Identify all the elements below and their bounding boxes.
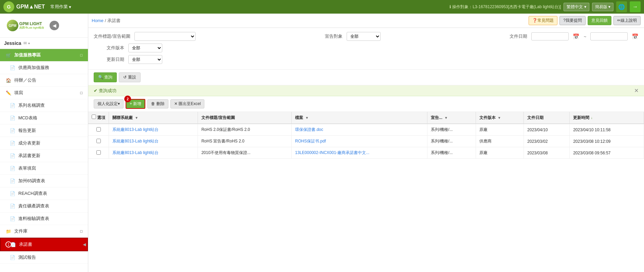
help-button[interactable]: ✏線上說明 bbox=[613, 16, 641, 25]
main-layout: GPM GPM LIGHT 杰西卡Lab light站台 ◀ Jessica ✉… bbox=[0, 14, 644, 272]
result-success-bar: ✔ 查詢成功 ✕ bbox=[88, 85, 644, 96]
sidebar-item-ingredient-update[interactable]: 📄 成分表更新 bbox=[0, 137, 88, 150]
sort-icon-update-time[interactable]: ↓ bbox=[591, 116, 592, 120]
doc-date-from[interactable] bbox=[531, 32, 569, 40]
add-button-wrapper: 2 + 新增 bbox=[126, 99, 145, 109]
traditional-chinese-button[interactable]: 繁體中文 ▾ bbox=[564, 3, 589, 11]
doc-icon: 📄 bbox=[10, 141, 16, 146]
sidebar-item-test-report[interactable]: 📄 測試報告 bbox=[0, 251, 88, 264]
sidebar-item-ca65[interactable]: 📄 加州65調查表 bbox=[0, 175, 88, 187]
doc-icon: 📄 bbox=[10, 255, 16, 260]
file-link-1[interactable]: 環保保證書.doc bbox=[295, 127, 323, 132]
factory-link-2[interactable]: 系統廠8013-Lab light站台 bbox=[112, 139, 159, 143]
simple-version-button[interactable]: 簡易版 ▾ bbox=[592, 3, 613, 11]
personalize-button[interactable]: 個人化設定▾ bbox=[94, 99, 124, 108]
file-link-3[interactable]: 13LE000002-INCX001-廠商承諾書中文... bbox=[295, 150, 369, 155]
table-row: 系統廠8013-Lab light站台 RoHS 宣告書/RoHS 2.0 RO… bbox=[88, 136, 644, 147]
calendar-icon-to[interactable]: 📅 bbox=[632, 33, 639, 40]
row-check-3 bbox=[88, 147, 109, 159]
folder-icon: 📁 bbox=[5, 229, 12, 234]
sidebar-item-label: 文件庫 bbox=[14, 228, 27, 234]
row-file-2: ROHS保証书.pdf bbox=[292, 136, 427, 147]
row-doc-date-2: 2023/03/02 bbox=[524, 136, 570, 147]
sidebar-item-series-survey[interactable]: 📄 系列名稱調查 bbox=[0, 99, 88, 112]
sidebar-header: GPM GPM LIGHT 杰西卡Lab light站台 ◀ bbox=[0, 14, 88, 38]
factory-link-1[interactable]: 系統廠8013-Lab light站台 bbox=[112, 127, 159, 132]
badge-1: 1 bbox=[5, 241, 12, 248]
close-result-button[interactable]: ✕ bbox=[634, 87, 639, 94]
sidebar-item-label: 表單填寫 bbox=[18, 165, 36, 171]
globe-button[interactable]: 🌐 bbox=[616, 1, 627, 12]
sidebar-item-label: 加州65調查表 bbox=[18, 178, 45, 184]
collapse-icon: □ bbox=[80, 53, 82, 57]
sidebar-item-label: 成分表更新 bbox=[18, 140, 40, 146]
mail-icon[interactable]: ✉ bbox=[23, 41, 27, 46]
sidebar-item-reach[interactable]: 📄 REACH調查表 bbox=[0, 187, 88, 200]
update-date-label: 更新日期 bbox=[94, 56, 124, 63]
result-success-message: ✔ 查詢成功 bbox=[94, 88, 116, 94]
row-doc-title-3: 2010不使用有毒物質保證... bbox=[198, 147, 292, 159]
row-doc-date-3: 2023/03/08 bbox=[524, 147, 570, 159]
table-toolbar: 個人化設定▾ 2 + 新增 🗑 刪除 ✕ 匯出至Excel bbox=[88, 96, 644, 112]
filter-icon-file[interactable]: ▼ bbox=[305, 116, 309, 120]
ask-button[interactable]: ?我要提問 bbox=[559, 16, 586, 25]
sidebar-item-fill[interactable]: ✏️ 填寫 □ bbox=[0, 87, 88, 99]
doc-date-to[interactable] bbox=[590, 32, 628, 40]
faq-button[interactable]: ❓常見問題 bbox=[529, 16, 557, 25]
common-tasks-button[interactable]: 常用作業 ▾ bbox=[48, 2, 74, 11]
sidebar-item-material-survey[interactable]: 📄 進料檢驗調查表 bbox=[0, 213, 88, 225]
factory-link-3[interactable]: 系統廠8013-Lab light站台 bbox=[112, 150, 159, 155]
top-bar: G GPM▲NET 常用作業 ▾ ℹ 操作對象：L3-1678122360953… bbox=[0, 0, 644, 14]
delete-button[interactable]: 🗑 刪除 bbox=[147, 99, 168, 108]
row-checkbox-2[interactable] bbox=[96, 139, 101, 143]
file-link-2[interactable]: ROHS保証书.pdf bbox=[295, 139, 326, 143]
sidebar-item-mcd[interactable]: 📄 MCD表格 bbox=[0, 112, 88, 124]
reset-button[interactable]: ↺ 重設 bbox=[119, 72, 140, 82]
sidebar-item-file-lib[interactable]: 📁 文件庫 □ bbox=[0, 225, 88, 238]
update-date-select[interactable]: 全部 今天 本週 本月 bbox=[128, 55, 162, 64]
select-all-checkbox[interactable] bbox=[92, 115, 96, 119]
announcement-target-select[interactable]: 全部 原廠 供應商 bbox=[347, 32, 381, 41]
row-doc-date-1: 2023/04/10 bbox=[524, 124, 570, 136]
filter-icon-factory[interactable]: ▼ bbox=[135, 116, 138, 120]
breadcrumb-home[interactable]: Home bbox=[92, 18, 104, 23]
doc-icon: 📄 bbox=[10, 103, 16, 108]
top-bar-left: G GPM▲NET 常用作業 ▾ bbox=[3, 1, 74, 12]
row-checkbox-1[interactable] bbox=[96, 127, 101, 132]
top-logo: G GPM▲NET bbox=[3, 1, 45, 12]
content-topnav: Home / 承諾書 ❓常見問題 ?我要提問 意見回饋 ✏線上說明 bbox=[88, 14, 644, 28]
query-button[interactable]: 🔍 查詢 bbox=[94, 72, 117, 82]
row-announcement-1: 系列/機種/... bbox=[427, 124, 476, 136]
logo-text: GPM▲NET bbox=[16, 4, 45, 10]
breadcrumb-sep: / bbox=[105, 18, 106, 23]
sidebar-item-todo[interactable]: 🏠 待辦／公告 bbox=[0, 74, 88, 87]
user-dropdown-arrow[interactable]: ▾ bbox=[28, 41, 30, 45]
table-row: 系統廠8013-Lab light站台 2010不使用有毒物質保證... 13L… bbox=[88, 147, 644, 159]
doc-icon: 📄 bbox=[10, 153, 16, 158]
doc-version-select[interactable]: 全部 原廠 供應商 bbox=[128, 44, 162, 52]
sidebar-item-esg[interactable]: 📄 責任礦產調查表 bbox=[0, 200, 88, 213]
home-icon: 🏠 bbox=[5, 78, 12, 83]
filter-icon-announcement[interactable]: ▼ bbox=[444, 116, 448, 120]
doc-icon: 📄 bbox=[10, 65, 16, 70]
arrow-right-icon: ◀ bbox=[83, 242, 86, 247]
sidebar-item-report-update[interactable]: 📄 報告更新 bbox=[0, 124, 88, 137]
th-check: 選項 bbox=[88, 112, 109, 124]
sidebar-item-supplier-service[interactable]: 📄 供應商加值服務 bbox=[0, 62, 88, 74]
feedback-button[interactable]: 意見回饋 bbox=[588, 16, 611, 25]
doc-title-select[interactable] bbox=[134, 32, 196, 41]
filter-icon-doc-version[interactable]: ▼ bbox=[498, 116, 501, 120]
sidebar-item-commitment-update[interactable]: 📄 承諾書更新 bbox=[0, 150, 88, 162]
calendar-icon-from[interactable]: 📅 bbox=[573, 33, 579, 40]
sidebar-item-value-service[interactable]: 🛒 加值服務專區 □ bbox=[0, 49, 88, 62]
sidebar-item-label: 系列名稱調查 bbox=[18, 102, 45, 108]
sidebar-item-form-fill[interactable]: 📄 表單填寫 bbox=[0, 162, 88, 175]
exit-button[interactable]: → bbox=[630, 1, 641, 12]
row-checkbox-3[interactable] bbox=[96, 150, 101, 155]
filter-row-1: 文件標題/宣告範圍 宣告對象 全部 原廠 供應商 文件日期 📅 ~ 📅 bbox=[94, 32, 639, 41]
sidebar-item-commitment[interactable]: 📄 承諾書 1 ◀ bbox=[0, 238, 88, 251]
back-button[interactable]: ◀ bbox=[50, 21, 59, 30]
export-excel-button[interactable]: ✕ 匯出至Excel bbox=[170, 99, 205, 108]
row-file-3: 13LE000002-INCX001-廠商承諾書中文... bbox=[292, 147, 427, 159]
row-doc-version-3: 原廠 bbox=[476, 147, 524, 159]
